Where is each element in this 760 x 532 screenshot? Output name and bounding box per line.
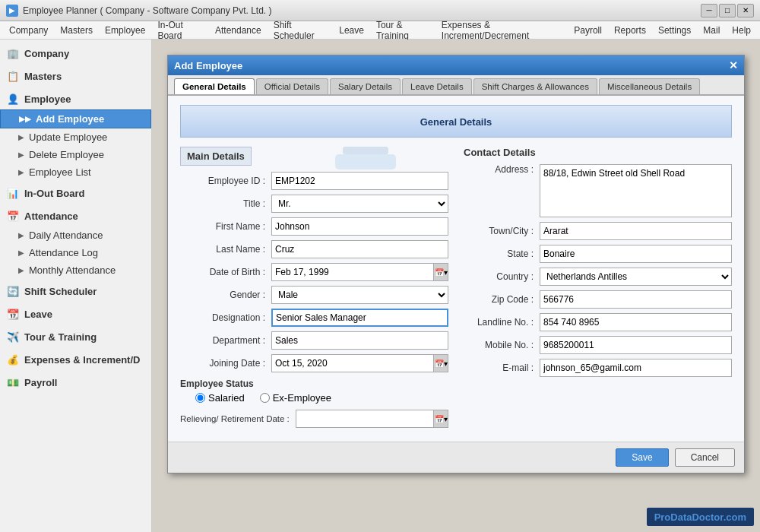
sidebar-group-shift-header[interactable]: 🔄 Shift Scheduler: [0, 280, 151, 302]
gender-select[interactable]: MaleFemaleOther: [271, 286, 448, 304]
delete-employee-arrow: ▶: [18, 150, 24, 159]
dob-input[interactable]: [271, 263, 433, 281]
zip-code-input[interactable]: [540, 290, 732, 309]
restore-button[interactable]: □: [719, 4, 736, 17]
sidebar-group-leave-header[interactable]: 📆 Leave: [0, 303, 151, 325]
title-row: Title : Mr.Mrs.Ms.Dr.: [180, 195, 448, 213]
menu-bar: Company Masters Employee In-Out Board At…: [0, 21, 760, 40]
department-input[interactable]: [271, 331, 448, 350]
tab-miscellaneous[interactable]: Miscellaneous Details: [599, 78, 700, 94]
town-city-input[interactable]: [540, 222, 732, 240]
tab-salary-details[interactable]: Salary Details: [330, 78, 401, 94]
relieving-date-input[interactable]: [296, 410, 433, 428]
first-name-input[interactable]: [271, 217, 448, 236]
radio-salaried-input[interactable]: [195, 393, 205, 403]
sidebar-group-company-header[interactable]: 🏢 Company: [0, 43, 151, 64]
menu-employee[interactable]: Employee: [99, 24, 151, 37]
tab-shift-charges[interactable]: Shift Charges & Allowances: [473, 78, 597, 94]
menu-help[interactable]: Help: [726, 24, 757, 37]
attendance-icon: 📅: [6, 209, 20, 223]
designation-input[interactable]: [271, 309, 448, 327]
zip-code-label: Zip Code :: [464, 294, 540, 305]
add-employee-arrow: ▶▶: [19, 115, 31, 123]
menu-masters[interactable]: Masters: [54, 24, 99, 37]
main-details-header: Main Details: [180, 147, 252, 166]
menu-tour-training[interactable]: Tour & Training: [370, 18, 435, 43]
relieving-date-picker: 📅▾: [296, 410, 448, 428]
radio-ex-employee-label: Ex-Employee: [273, 392, 331, 404]
email-input[interactable]: [540, 359, 732, 377]
sidebar-item-employee-list[interactable]: ▶ Employee List: [0, 163, 151, 181]
sidebar-group-expenses-header[interactable]: 💰 Expenses & Increment/D: [0, 349, 151, 370]
tab-leave-details[interactable]: Leave Details: [402, 78, 472, 94]
menu-leave[interactable]: Leave: [333, 24, 370, 37]
state-input[interactable]: [540, 245, 732, 263]
first-name-row: First Name :: [180, 217, 448, 236]
tab-general-details[interactable]: General Details: [174, 78, 255, 94]
window-controls[interactable]: ─ □ ✕: [701, 4, 754, 17]
joining-date-calendar-button[interactable]: 📅▾: [433, 354, 448, 372]
mobile-input[interactable]: [540, 336, 732, 354]
landline-row: Landline No. :: [464, 313, 732, 331]
sidebar-group-tour-header[interactable]: ✈️ Tour & Training: [0, 326, 151, 347]
save-button[interactable]: Save: [616, 448, 668, 467]
menu-attendance[interactable]: Attendance: [209, 24, 268, 37]
att-log-arrow: ▶: [18, 249, 24, 257]
shift-icon: 🔄: [6, 284, 20, 298]
sidebar-group-attendance-header[interactable]: 📅 Attendance: [0, 205, 151, 226]
menu-payroll[interactable]: Payroll: [568, 24, 608, 37]
sidebar-item-update-employee[interactable]: ▶ Update Employee: [0, 128, 151, 146]
payroll-label: Payroll: [24, 377, 57, 388]
dialog-close-button[interactable]: ✕: [729, 59, 738, 71]
sidebar-item-daily-attendance[interactable]: ▶ Daily Attendance: [0, 226, 151, 244]
sidebar-group-masters-header[interactable]: 📋 Masters: [0, 65, 151, 87]
employee-list-label: Employee List: [29, 166, 91, 178]
country-select[interactable]: Netherlands Antilles USA UK India: [540, 268, 732, 286]
sidebar-group-in-out-header[interactable]: 📊 In-Out Board: [0, 182, 151, 204]
menu-shift-scheduler[interactable]: Shift Scheduler: [268, 18, 334, 43]
employee-id-label: Employee ID :: [180, 176, 271, 186]
sidebar-item-delete-employee[interactable]: ▶ Delete Employee: [0, 146, 151, 163]
radio-row: Salaried Ex-Employee: [180, 392, 448, 404]
last-name-input[interactable]: [271, 240, 448, 258]
mobile-row: Mobile No. :: [464, 336, 732, 354]
main-details-section: Main Details Employee ID : Title : Mr.Mr…: [180, 147, 448, 432]
gender-row: Gender : MaleFemaleOther: [180, 286, 448, 304]
attendance-log-label: Attendance Log: [29, 247, 98, 258]
joining-date-input[interactable]: [271, 354, 433, 372]
sidebar-group-employee-header[interactable]: 👤 Employee: [0, 88, 151, 109]
watermark: ProDataDoctor.com: [647, 508, 754, 526]
tab-official-details[interactable]: Official Details: [256, 78, 328, 94]
menu-in-out-board[interactable]: In-Out Board: [151, 18, 209, 43]
menu-expenses[interactable]: Expenses & Increment/Decrement: [435, 18, 568, 43]
minimize-button[interactable]: ─: [701, 4, 717, 17]
landline-input[interactable]: [540, 313, 732, 331]
country-row: Country : Netherlands Antilles USA UK In…: [464, 268, 732, 286]
cancel-button[interactable]: Cancel: [675, 448, 735, 467]
dialog-footer: Save Cancel: [168, 442, 744, 473]
dialog-body: General Details Main Details Employee ID…: [168, 96, 744, 442]
menu-settings[interactable]: Settings: [652, 24, 697, 37]
address-row: Address : 88/18, Edwin Street old Shell …: [464, 164, 732, 217]
close-button[interactable]: ✕: [737, 4, 754, 17]
gender-label: Gender :: [180, 290, 271, 300]
expenses-icon: 💰: [6, 353, 20, 366]
radio-salaried[interactable]: Salaried: [195, 392, 245, 404]
menu-mail[interactable]: Mail: [697, 24, 726, 37]
menu-company[interactable]: Company: [3, 24, 54, 37]
sidebar-item-attendance-log[interactable]: ▶ Attendance Log: [0, 244, 151, 261]
address-input[interactable]: 88/18, Edwin Street old Shell Road: [540, 164, 732, 217]
sidebar-group-payroll: 💵 Payroll: [0, 372, 151, 393]
title-select[interactable]: Mr.Mrs.Ms.Dr.: [271, 195, 448, 213]
section-header-banner: General Details: [180, 105, 732, 138]
sidebar-item-add-employee[interactable]: ▶▶ Add Employee: [0, 109, 151, 128]
town-city-label: Town/City :: [464, 226, 540, 236]
relieving-date-calendar-button[interactable]: 📅▾: [433, 410, 448, 428]
radio-ex-employee[interactable]: Ex-Employee: [260, 392, 331, 404]
menu-reports[interactable]: Reports: [608, 24, 652, 37]
radio-ex-employee-input[interactable]: [260, 393, 270, 403]
sidebar-item-monthly-attendance[interactable]: ▶ Monthly Attendance: [0, 261, 151, 279]
dob-calendar-button[interactable]: 📅▾: [433, 263, 448, 281]
in-out-label: In-Out Board: [24, 188, 84, 199]
sidebar-group-payroll-header[interactable]: 💵 Payroll: [0, 372, 151, 393]
